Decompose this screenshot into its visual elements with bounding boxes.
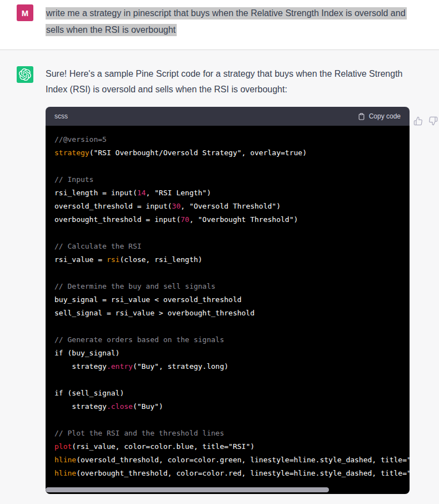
thumbs-up-icon <box>413 116 423 126</box>
code-line: if (buy_signal) <box>54 347 410 360</box>
assistant-message: Sure! Here's a sample Pine Script code f… <box>0 50 439 504</box>
code-block-header: scss Copy code <box>46 107 410 126</box>
code-line: // Calculate the RSI <box>54 240 410 253</box>
code-content: //@version=5strategy("RSI Overbought/Ove… <box>54 133 410 480</box>
code-line: strategy.entry("Buy", strategy.long) <box>54 360 410 373</box>
code-line <box>54 413 410 427</box>
selected-text: sells when the RSI is overbought <box>46 24 177 36</box>
assistant-text-line: Index (RSI) is oversold and sells when t… <box>46 82 410 97</box>
horizontal-scrollbar[interactable] <box>46 487 329 492</box>
code-line: // Determine the buy and sell signals <box>54 280 410 293</box>
thumbs-up-button[interactable] <box>413 116 423 127</box>
code-body: //@version=5strategy("RSI Overbought/Ove… <box>46 126 410 494</box>
user-text-line: sells when the RSI is overbought <box>46 22 412 38</box>
code-line: hline(overbought_threshold, color=color.… <box>54 467 410 480</box>
user-message: M write me a strategy in pinescript that… <box>0 0 439 50</box>
user-message-text: write me a strategy in pinescript that b… <box>46 5 412 50</box>
user-text-line: write me a strategy in pinescript that b… <box>46 5 412 22</box>
code-line: // Generate orders based on the signals <box>54 333 410 347</box>
code-line: plot(rsi_value, color=color.blue, title=… <box>54 440 410 453</box>
code-line: oversold_threshold = input(30, "Oversold… <box>54 200 410 213</box>
openai-logo-icon <box>19 68 31 81</box>
user-avatar: M <box>17 4 33 21</box>
assistant-avatar <box>17 66 33 83</box>
code-line <box>54 226 410 240</box>
user-avatar-initial: M <box>22 8 29 18</box>
code-line <box>54 373 410 387</box>
code-line <box>54 266 410 280</box>
code-block: scss Copy code //@version=5strategy("RSI… <box>46 107 410 494</box>
assistant-intro-text: Sure! Here's a sample Pine Script code f… <box>46 66 410 97</box>
code-line <box>54 320 410 333</box>
code-line: strategy.close("Buy") <box>54 400 410 413</box>
thumbs-down-button[interactable] <box>428 116 438 127</box>
code-line: rsi_value = rsi(close, rsi_length) <box>54 253 410 266</box>
message-feedback <box>413 116 438 127</box>
code-line: //@version=5 <box>54 133 410 146</box>
copy-code-label: Copy code <box>369 112 401 120</box>
code-line <box>54 160 410 173</box>
code-language-label: scss <box>54 112 68 120</box>
assistant-text-line: Sure! Here's a sample Pine Script code f… <box>46 66 410 82</box>
code-line: sell_signal = rsi_value > overbought_thr… <box>54 307 410 320</box>
code-line: rsi_length = input(14, "RSI Length") <box>54 186 410 200</box>
clipboard-icon <box>358 112 365 121</box>
copy-code-button[interactable]: Copy code <box>358 112 401 121</box>
code-line: // Plot the RSI and the threshold lines <box>54 427 410 440</box>
thumbs-down-icon <box>428 116 438 126</box>
code-line: if (sell_signal) <box>54 387 410 400</box>
selected-text: write me a strategy in pinescript that b… <box>46 7 407 19</box>
code-line: // Inputs <box>54 173 410 186</box>
code-line: buy_signal = rsi_value < oversold_thresh… <box>54 293 410 307</box>
code-line: strategy("RSI Overbought/Oversold Strate… <box>54 146 410 160</box>
code-line: hline(oversold_threshold, color=color.gr… <box>54 453 410 467</box>
code-line: overbought_threshold = input(70, "Overbo… <box>54 213 410 226</box>
